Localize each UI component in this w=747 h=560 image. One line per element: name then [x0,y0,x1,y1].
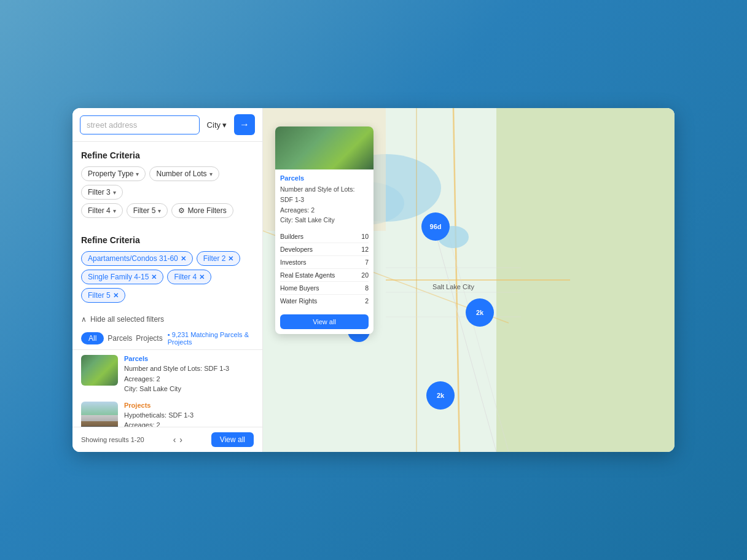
cluster-label: 2k [476,309,483,316]
bottom-bar: Showing results 1-20 ‹ › View all [72,427,262,452]
sliders-icon: ⚙ [178,206,185,215]
result-info-2: Projects Hypotheticals: SDF 1-3 Acreages… [124,402,254,427]
search-bar: City ▾ → [72,108,262,142]
filter-5[interactable]: Filter 5 ▾ [127,203,168,218]
result-detail-1: Number and Style of Lots: SDF 1-3 Acreag… [124,364,254,394]
cluster-marker-96d[interactable]: 96d [421,212,450,241]
single-family-label: Single Family 4-15 [88,273,149,281]
next-page-button[interactable]: › [179,435,182,445]
hide-filters-row[interactable]: ∧ Hide all selected filters [72,311,262,327]
remove-filter-icon[interactable]: ✕ [151,273,157,281]
result-detail-2: Hypotheticals: SDF 1-3 Acreages: 2 City:… [124,410,254,427]
active-filter-5[interactable]: Filter 5 ✕ [81,288,125,303]
remove-filter-icon[interactable]: ✕ [181,255,186,263]
stat-row-real-estate: Real Estate Agents 20 [280,269,369,282]
chevron-down-icon: ▾ [209,171,213,177]
popup-category: Parcels [280,174,369,182]
pagination: ‹ › [173,435,182,445]
cluster-marker-2k-1[interactable]: 2k [466,298,494,327]
list-item[interactable]: Projects Hypotheticals: SDF 1-3 Acreages… [81,402,254,427]
showing-results-text: Showing results 1-20 [81,436,144,443]
city-label: City [207,120,221,130]
stat-row-home-buyers: Home Buyers 8 [280,282,369,295]
cluster-label: 2k [437,392,444,399]
filter-row-1: Property Type ▾ Number of Lots ▾ Filter … [81,166,254,200]
search-input[interactable] [80,115,200,134]
chevron-down-icon: ▾ [136,171,139,177]
house-thumbnail [81,402,118,427]
matching-count: • 9,231 Matching Parcels & Projects [168,331,254,346]
prev-page-button[interactable]: ‹ [173,435,176,445]
list-item[interactable]: Parcels Number and Style of Lots: SDF 1-… [81,355,254,394]
svg-text:Salt Lake City: Salt Lake City [432,283,474,290]
refine-title-2: Refine Criteria [81,235,254,245]
active-filter-single-family[interactable]: Single Family 4-15 ✕ [81,270,163,284]
active-filter-2[interactable]: Filter 2 ✕ [197,251,241,266]
chevron-down-icon: ▾ [158,208,161,214]
left-panel: City ▾ → Refine Criteria Property Type ▾… [72,108,263,452]
more-filters-button[interactable]: ⚙ More Filters [171,203,233,218]
chevron-down-icon: ▾ [222,120,227,130]
refine-title-1: Refine Criteria [81,150,254,160]
active-filter-apartments[interactable]: Apartaments/Condos 31-60 ✕ [81,251,193,266]
popup-image [275,126,374,169]
refine-criteria-2: Refine Criteria Apartaments/Condos 31-60… [72,227,262,311]
view-all-button[interactable]: View all [211,432,254,447]
active-filter-row-2: Single Family 4-15 ✕ Filter 4 ✕ Filter 5… [81,270,254,303]
filter-row-2: Filter 4 ▾ Filter 5 ▾ ⚙ More Filters [81,203,254,218]
stat-row-builders: Builders 10 [280,230,369,243]
search-submit-button[interactable]: → [234,114,255,135]
popup-detail: Number and Style of Lots: SDF 1-3 Acreag… [280,184,369,225]
popup-body: Parcels Number and Style of Lots: SDF 1-… [275,169,374,230]
aerial-thumbnail [81,355,118,386]
filter-4[interactable]: Filter 4 ▾ [81,203,123,218]
result-category-parcels: Parcels [124,355,254,362]
result-category-projects: Projects [124,402,254,409]
chevron-up-icon: ∧ [81,315,87,324]
filter-number-of-lots[interactable]: Number of Lots ▾ [149,166,219,181]
stat-row-developers: Developers 12 [280,243,369,256]
map-area[interactable]: Salt Lake City 96d 2k 548 2k Parcels Num… [263,108,675,452]
cluster-label: 96d [430,223,442,230]
arrow-right-icon: → [240,119,249,130]
city-dropdown[interactable]: City ▾ [205,120,229,130]
popup-stats: Builders 10 Developers 12 Investors 7 Re… [275,230,374,311]
tab-all[interactable]: All [81,332,104,344]
popup-card: Parcels Number and Style of Lots: SDF 1-… [275,126,374,334]
popup-view-all-button[interactable]: View all [280,314,369,329]
chevron-down-icon: ▾ [113,189,116,196]
tabs-row: All Parcels Projects • 9,231 Matching Pa… [72,327,262,350]
result-thumbnail-2 [81,402,118,427]
chevron-down-icon: ▾ [113,208,116,214]
remove-filter-icon[interactable]: ✕ [199,273,205,281]
stat-row-water-rights: Water Rights 2 [280,295,369,307]
active-filter-row-1: Apartaments/Condos 31-60 ✕ Filter 2 ✕ [81,251,254,266]
tab-projects[interactable]: Projects [136,334,162,343]
results-list: Parcels Number and Style of Lots: SDF 1-… [72,350,262,427]
remove-filter-icon[interactable]: ✕ [228,255,233,263]
app-container: City ▾ → Refine Criteria Property Type ▾… [72,108,675,452]
tab-parcels[interactable]: Parcels [108,334,132,343]
filter-property-type[interactable]: Property Type ▾ [81,166,146,181]
result-thumbnail-1 [81,355,118,386]
filter-3[interactable]: Filter 3 ▾ [81,185,123,200]
result-info-1: Parcels Number and Style of Lots: SDF 1-… [124,355,254,394]
remove-filter-icon[interactable]: ✕ [113,292,119,300]
refine-criteria-1: Refine Criteria Property Type ▾ Number o… [72,142,262,227]
active-filter-4[interactable]: Filter 4 ✕ [167,270,211,284]
cluster-marker-2k-2[interactable]: 2k [426,381,455,410]
stat-row-investors: Investors 7 [280,256,369,269]
